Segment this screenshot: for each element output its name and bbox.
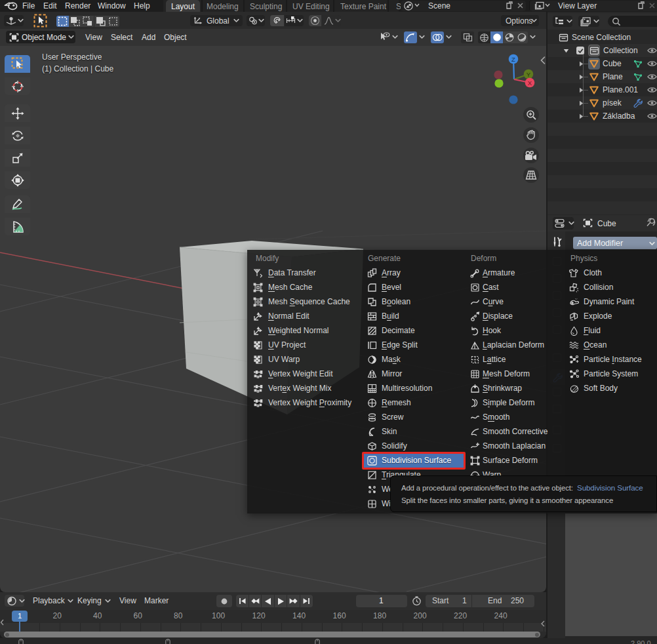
svg-text:X: X xyxy=(528,79,532,87)
svg-text:Z: Z xyxy=(511,56,515,63)
svg-text:Y: Y xyxy=(527,71,531,78)
